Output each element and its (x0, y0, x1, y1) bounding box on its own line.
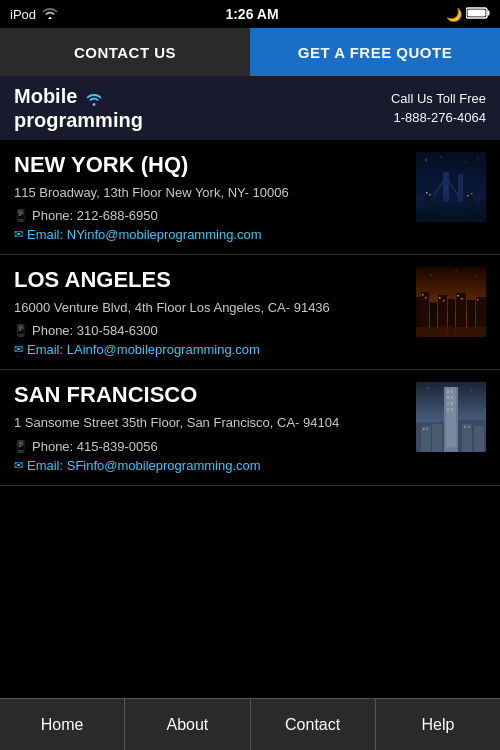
svg-rect-41 (443, 300, 445, 302)
svg-rect-43 (461, 298, 463, 300)
top-tab-bar: CONTACT US GET A FREE QUOTE (0, 28, 500, 76)
svg-rect-11 (458, 174, 463, 202)
nav-about[interactable]: About (125, 699, 250, 750)
svg-rect-42 (457, 295, 459, 297)
svg-rect-65 (423, 428, 425, 430)
svg-rect-15 (466, 192, 473, 222)
svg-rect-67 (464, 426, 466, 428)
svg-rect-64 (474, 426, 484, 452)
status-left: iPod (10, 7, 58, 22)
svg-rect-54 (451, 396, 453, 399)
status-bar: iPod 1:26 AM 🌙 (0, 0, 500, 28)
svg-rect-38 (422, 294, 424, 296)
moon-icon: 🌙 (446, 7, 462, 22)
svg-rect-18 (426, 192, 428, 194)
svg-rect-16 (474, 196, 480, 222)
logo-line2: programming (14, 108, 143, 132)
location-phone-los-angeles[interactable]: 📱 Phone: 310-584-6300 (14, 323, 406, 338)
svg-rect-12 (416, 194, 424, 222)
svg-point-4 (425, 159, 426, 160)
logo-line1: Mobile (14, 84, 143, 108)
location-image-new-york (416, 152, 486, 222)
location-address-los-angeles: 16000 Venture Blvd, 4th Floor Los Angele… (14, 299, 406, 317)
svg-rect-57 (447, 408, 449, 411)
svg-rect-22 (416, 207, 486, 222)
tab-contact-us[interactable]: CONTACT US (0, 28, 250, 76)
logo: Mobile programming (14, 84, 143, 132)
location-info-los-angeles: LOS ANGELES 16000 Venture Blvd, 4th Floo… (14, 267, 406, 357)
svg-rect-44 (477, 299, 479, 301)
location-phone-san-francisco[interactable]: 📱 Phone: 415-839-0056 (14, 439, 406, 454)
location-address-san-francisco: 1 Sansome Street 35th Floor, San Francis… (14, 414, 406, 432)
svg-rect-58 (451, 408, 453, 411)
svg-rect-20 (467, 195, 469, 197)
status-right: 🌙 (446, 7, 490, 22)
svg-rect-55 (447, 402, 449, 405)
location-email-los-angeles[interactable]: ✉ Email: LAinfo@mobileprogramming.com (14, 342, 406, 357)
toll-free-info: Call Us Toll Free 1-888-276-4064 (391, 89, 486, 128)
svg-rect-52 (451, 390, 453, 393)
svg-rect-40 (439, 297, 441, 299)
svg-rect-53 (447, 396, 449, 399)
content-area: NEW YORK (HQ) 115 Broadway, 13th Floor N… (0, 140, 500, 698)
location-name-new-york: NEW YORK (HQ) (14, 152, 406, 178)
location-email-new-york[interactable]: ✉ Email: NYinfo@mobileprogramming.com (14, 227, 406, 242)
svg-point-27 (456, 271, 457, 272)
location-phone-new-york[interactable]: 📱 Phone: 212-688-6950 (14, 208, 406, 223)
svg-rect-21 (471, 193, 473, 195)
app-header: Mobile programming Call Us Toll Free 1-8… (0, 76, 500, 140)
nav-help[interactable]: Help (376, 699, 500, 750)
svg-rect-13 (425, 190, 431, 222)
nav-contact[interactable]: Contact (251, 699, 376, 750)
location-card-new-york: NEW YORK (HQ) 115 Broadway, 13th Floor N… (0, 140, 500, 255)
location-address-new-york: 115 Broadway, 13th Floor New York, NY- 1… (14, 184, 406, 202)
location-name-los-angeles: LOS ANGELES (14, 267, 406, 293)
phone-icon-sf: 📱 (14, 440, 28, 453)
location-image-los-angeles (416, 267, 486, 337)
svg-rect-45 (416, 327, 486, 337)
location-info-new-york: NEW YORK (HQ) 115 Broadway, 13th Floor N… (14, 152, 406, 242)
location-card-san-francisco: SAN FRANCISCO 1 Sansome Street 35th Floo… (0, 370, 500, 485)
email-icon-la: ✉ (14, 343, 23, 356)
svg-point-48 (471, 390, 472, 391)
svg-rect-14 (432, 196, 437, 222)
svg-point-47 (427, 388, 428, 389)
wifi-logo-icon (83, 89, 105, 106)
svg-rect-10 (443, 172, 449, 202)
svg-rect-56 (451, 402, 453, 405)
email-icon-nyc: ✉ (14, 228, 23, 241)
toll-free-label: Call Us Toll Free (391, 89, 486, 109)
svg-rect-62 (432, 424, 442, 452)
svg-point-28 (475, 276, 476, 277)
svg-rect-3 (416, 152, 486, 222)
location-name-san-francisco: SAN FRANCISCO (14, 382, 406, 408)
toll-free-number: 1-888-276-4064 (391, 108, 486, 128)
svg-rect-51 (447, 390, 449, 393)
svg-point-7 (478, 158, 479, 159)
wifi-icon (42, 7, 58, 22)
svg-rect-1 (467, 9, 485, 16)
svg-point-6 (465, 161, 466, 162)
svg-rect-17 (480, 198, 486, 222)
nav-home[interactable]: Home (0, 699, 125, 750)
svg-rect-66 (426, 428, 428, 430)
phone-icon-la: 📱 (14, 324, 28, 337)
svg-rect-68 (468, 426, 470, 428)
location-image-san-francisco (416, 382, 486, 452)
svg-point-5 (441, 157, 442, 158)
phone-icon-nyc: 📱 (14, 209, 28, 222)
tab-get-quote[interactable]: GET A FREE QUOTE (250, 28, 500, 76)
svg-point-26 (430, 275, 431, 276)
svg-rect-19 (429, 194, 431, 196)
status-time: 1:26 AM (225, 6, 278, 22)
location-email-san-francisco[interactable]: ✉ Email: SFinfo@mobileprogramming.com (14, 458, 406, 473)
battery-icon (466, 7, 490, 22)
location-card-los-angeles: LOS ANGELES 16000 Venture Blvd, 4th Floo… (0, 255, 500, 370)
location-info-san-francisco: SAN FRANCISCO 1 Sansome Street 35th Floo… (14, 382, 406, 472)
carrier-label: iPod (10, 7, 36, 22)
svg-rect-2 (487, 10, 489, 15)
bottom-nav: Home About Contact Help (0, 698, 500, 750)
svg-rect-39 (425, 297, 427, 299)
svg-rect-63 (462, 424, 472, 452)
email-icon-sf: ✉ (14, 459, 23, 472)
